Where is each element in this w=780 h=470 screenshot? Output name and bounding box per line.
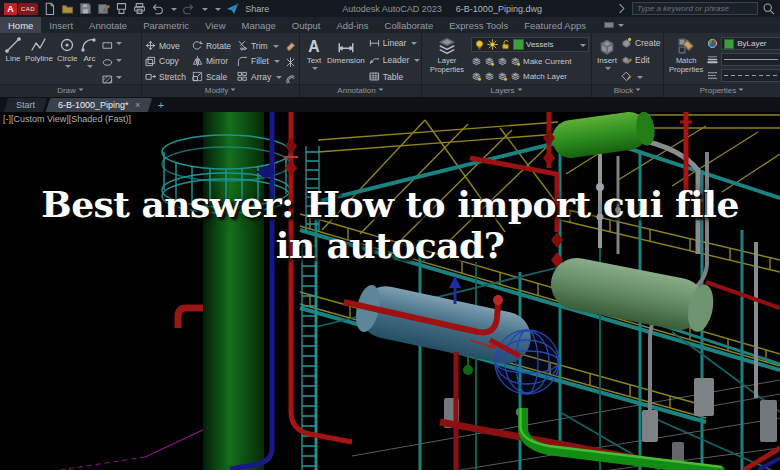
line-button[interactable]: Line (3, 35, 23, 84)
erase-button[interactable] (285, 37, 296, 48)
trim-button[interactable]: Trim (237, 38, 282, 53)
scale-button[interactable]: Scale (192, 69, 231, 84)
move-label: Move (159, 41, 180, 51)
polyline-button[interactable]: Polyline (23, 35, 55, 84)
save-as-icon[interactable] (97, 2, 110, 15)
plot-icon[interactable] (115, 2, 128, 15)
color-bylayer-label: ByLayer (737, 39, 780, 48)
print-icon[interactable] (133, 2, 146, 15)
save-icon[interactable] (79, 2, 92, 15)
hatch-button[interactable] (102, 71, 122, 82)
properties-panel-footer[interactable]: Properties (664, 84, 780, 97)
copy-button[interactable]: Copy (145, 54, 186, 69)
tab-parametric[interactable]: Parametric (135, 17, 197, 33)
make-current-label: Make Current (523, 57, 571, 66)
rotate-button[interactable]: Rotate (192, 38, 231, 53)
draw-panel-footer[interactable]: Draw (0, 84, 141, 97)
tab-start[interactable]: Start (4, 98, 48, 112)
text-button[interactable]: A Text (303, 35, 325, 84)
tab-annotate[interactable]: Annotate (81, 17, 135, 33)
close-tab-icon[interactable]: × (135, 100, 140, 110)
block-attributes-button[interactable] (621, 71, 661, 82)
search-expand-icon[interactable] (615, 2, 628, 15)
dim-overlay (0, 112, 780, 470)
linetype-sample (724, 75, 778, 76)
layer-thaw-icon (487, 39, 498, 50)
tab-manage[interactable]: Manage (234, 17, 284, 33)
app-logo[interactable]: A CAD (4, 3, 38, 15)
viewport-controls[interactable]: [-][Custom View][Shaded (Fast)] (3, 114, 131, 124)
layer-dropdown-caret-icon (580, 44, 586, 50)
explode-button[interactable] (285, 54, 296, 65)
panel-annotation: A Text Dimension Linear Leader Table Ann… (300, 33, 422, 97)
qat-customize-icon[interactable] (215, 8, 221, 14)
fillet-label: Fillet (251, 56, 269, 66)
table-button[interactable]: Table (369, 71, 420, 82)
object-color-dropdown[interactable]: ByLayer (721, 37, 780, 50)
open-icon[interactable] (61, 2, 74, 15)
overlay-title-line2: in autocad? (0, 225, 780, 266)
fillet-button[interactable]: Fillet (237, 54, 282, 69)
text-caret-icon (312, 67, 318, 73)
linear-button[interactable]: Linear (369, 37, 420, 48)
share-icon[interactable] (226, 2, 239, 15)
redo-caret-icon[interactable] (202, 8, 208, 14)
lineweight-dropdown[interactable]: ByLayer (721, 53, 780, 66)
move-button[interactable]: Move (145, 38, 186, 53)
text-icon: A (305, 37, 323, 55)
tab-add-ins[interactable]: Add-ins (328, 17, 376, 33)
linetype-dropdown[interactable]: ByLayer (721, 69, 780, 82)
ribbon-options[interactable] (594, 17, 632, 33)
search-icon[interactable] (762, 2, 775, 15)
linetype-row[interactable]: ByLayer (707, 69, 780, 82)
tab-insert[interactable]: Insert (41, 17, 81, 33)
rectangle-button[interactable] (102, 37, 122, 48)
tab-express-tools[interactable]: Express Tools (441, 17, 516, 33)
share-label[interactable]: Share (245, 4, 269, 14)
copy-icon (145, 56, 156, 67)
new-file-icon[interactable] (43, 2, 56, 15)
offset-button[interactable] (285, 71, 296, 82)
make-current-row[interactable]: Make Current (471, 56, 589, 67)
create-block-button[interactable]: Create (621, 37, 661, 48)
annotation-panel-footer[interactable]: Annotation (300, 84, 421, 97)
block-panel-footer[interactable]: Block (592, 84, 663, 97)
tab-view[interactable]: View (197, 17, 233, 33)
insert-block-icon (598, 37, 616, 55)
redo-icon[interactable] (182, 2, 195, 15)
leader-button[interactable]: Leader (369, 54, 420, 65)
dimension-button[interactable]: Dimension (325, 35, 367, 84)
block-attributes-icon (621, 71, 632, 82)
search-input[interactable] (632, 2, 758, 15)
layers-panel-footer[interactable]: Layers (422, 84, 591, 97)
stretch-button[interactable]: Stretch (145, 69, 186, 84)
tab-output[interactable]: Output (284, 17, 329, 33)
undo-caret-icon[interactable] (171, 8, 177, 14)
layer-properties-button[interactable]: Layer Properties (425, 35, 469, 84)
modify-panel-footer[interactable]: Modify (142, 84, 299, 97)
lineweight-row[interactable]: ByLayer (707, 53, 780, 66)
polyline-label: Polyline (25, 54, 53, 63)
circle-button[interactable]: Circle (55, 35, 79, 84)
layer-dropdown[interactable]: Vessels (471, 37, 589, 52)
tab-featured-apps[interactable]: Featured Apps (516, 17, 594, 33)
drawing-3d-view[interactable] (0, 112, 780, 470)
app-logo-a: A (4, 3, 17, 15)
object-color-row[interactable]: ByLayer (707, 37, 780, 50)
ellipse-button[interactable] (102, 54, 122, 65)
match-properties-button[interactable]: Match Properties (667, 35, 705, 84)
insert-button[interactable]: Insert (595, 35, 619, 84)
undo-icon[interactable] (151, 2, 164, 15)
tab-home[interactable]: Home (0, 17, 41, 33)
arc-button[interactable]: Arc (79, 35, 99, 84)
tab-collaborate[interactable]: Collaborate (377, 17, 442, 33)
move-icon (145, 40, 156, 51)
line-icon (5, 37, 21, 53)
match-layer-row[interactable]: Match Layer (471, 71, 589, 82)
tab-document[interactable]: 6-B-1000_Piping* × (46, 98, 152, 112)
layers-panel-caret-icon (517, 89, 522, 94)
new-drawing-tab-button[interactable]: + (158, 99, 164, 111)
mirror-button[interactable]: Mirror (192, 54, 231, 69)
array-button[interactable]: Array (237, 69, 282, 84)
edit-block-button[interactable]: Edit (621, 54, 661, 65)
